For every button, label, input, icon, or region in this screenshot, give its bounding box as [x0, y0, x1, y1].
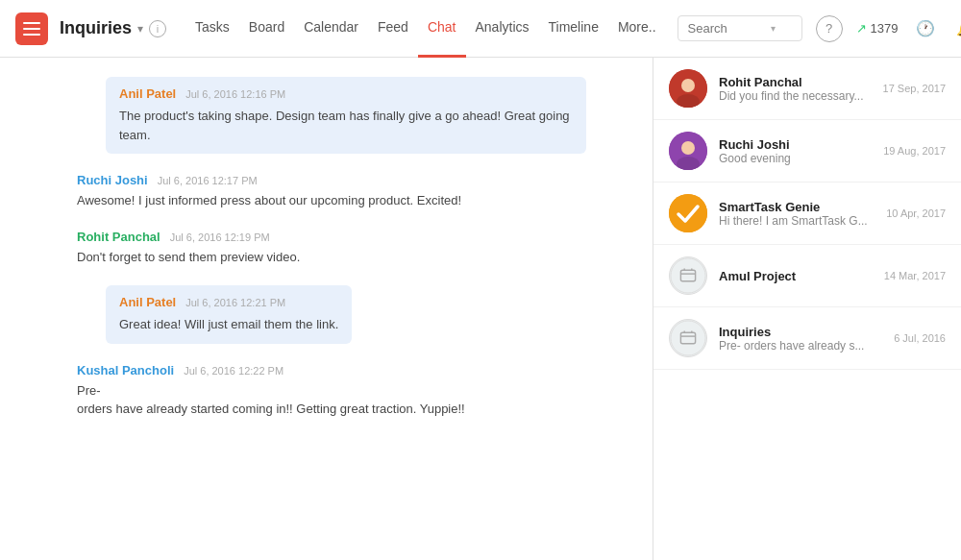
sidebar: Rohit Panchal Did you find the necessary…: [653, 58, 961, 560]
tab-calendar[interactable]: Calendar: [294, 0, 368, 58]
sidebar-item-ruchi[interactable]: Ruchi Joshi Good evening 19 Aug, 2017: [653, 120, 961, 183]
svg-point-15: [671, 321, 705, 355]
sidebar-date: 14 Mar, 2017: [884, 270, 946, 281]
message-header: Anil Patel Jul 6, 2016 12:16 PM: [119, 86, 573, 103]
message-author: Ruchi Joshi: [77, 173, 148, 187]
header-right: ▾ ? ↗ 1379 🕐 🔔: [678, 13, 961, 44]
tab-feed[interactable]: Feed: [368, 0, 418, 58]
sidebar-preview: Did you find the necessary...: [719, 89, 872, 103]
avatar-ruchi: [669, 132, 707, 170]
activity-count: 1379: [871, 21, 899, 36]
message-block: Kushal Pancholi Jul 6, 2016 12:22 PM Pre…: [77, 363, 624, 419]
sidebar-meta: 10 Apr, 2017: [886, 207, 946, 219]
message-author: Kushal Pancholi: [77, 363, 174, 377]
message-block: Anil Patel Jul 6, 2016 12:16 PM The prod…: [106, 77, 624, 154]
clock-icon[interactable]: 🕐: [912, 15, 939, 42]
message-block: Anil Patel Jul 6, 2016 12:21 PM Great id…: [106, 285, 624, 344]
sidebar-name: Ruchi Joshi: [719, 137, 872, 152]
sidebar-preview: Good evening: [719, 152, 872, 165]
message-header: Kushal Pancholi Jul 6, 2016 12:22 PM: [77, 363, 624, 377]
notifications-icon[interactable]: 🔔: [952, 15, 961, 42]
sidebar-date: 6 Jul, 2016: [894, 332, 946, 344]
sidebar-date: 10 Apr, 2017: [886, 207, 946, 219]
sidebar-info-ruchi: Ruchi Joshi Good evening: [719, 137, 872, 165]
sidebar-meta: 14 Mar, 2017: [884, 270, 946, 281]
sidebar-item-amul[interactable]: Amul Project 14 Mar, 2017: [653, 245, 961, 307]
sidebar-date: 19 Aug, 2017: [883, 145, 946, 157]
smarttask-icon: [669, 194, 707, 232]
message-body: Awesome! I just informed press about our…: [77, 191, 624, 210]
main-layout: Anil Patel Jul 6, 2016 12:16 PM The prod…: [0, 58, 961, 560]
message-bubble: Anil Patel Jul 6, 2016 12:21 PM Great id…: [106, 285, 352, 344]
sidebar-name: SmartTask Genie: [719, 200, 875, 214]
hamburger-line: [23, 22, 40, 24]
message-author: Anil Patel: [119, 295, 176, 309]
sidebar-item-rohit[interactable]: Rohit Panchal Did you find the necessary…: [653, 58, 961, 120]
message-header: Anil Patel Jul 6, 2016 12:21 PM: [119, 295, 338, 311]
sidebar-info-smarttask: SmartTask Genie Hi there! I am SmartTask…: [719, 200, 875, 228]
sidebar-info-amul: Amul Project: [719, 269, 873, 283]
project-title-area: Inquiries ▾ i: [60, 18, 166, 38]
sidebar-preview: Hi there! I am SmartTask G...: [719, 214, 875, 228]
message-time: Jul 6, 2016 12:21 PM: [185, 297, 285, 308]
sidebar-info-rohit: Rohit Panchal Did you find the necessary…: [719, 75, 872, 103]
message-body: The product's taking shape. Design team …: [119, 107, 573, 144]
tab-more[interactable]: More..: [608, 0, 666, 58]
message-time: Jul 6, 2016 12:19 PM: [170, 231, 270, 243]
nav-tabs: Tasks Board Calendar Feed Chat Analytics…: [185, 0, 666, 58]
tab-timeline[interactable]: Timeline: [539, 0, 608, 58]
message-time: Jul 6, 2016 12:22 PM: [184, 365, 283, 377]
svg-point-9: [669, 194, 707, 232]
project-icon-inquiries: [669, 319, 707, 357]
chat-area: Anil Patel Jul 6, 2016 12:16 PM The prod…: [0, 58, 653, 560]
tab-analytics[interactable]: Analytics: [466, 0, 539, 58]
sidebar-name: Rohit Panchal: [719, 75, 872, 89]
hamburger-button[interactable]: [15, 12, 48, 45]
message-time: Jul 6, 2016 12:17 PM: [158, 175, 258, 186]
message-time: Jul 6, 2016 12:16 PM: [185, 88, 285, 100]
tab-board[interactable]: Board: [239, 0, 294, 58]
svg-point-10: [671, 258, 705, 293]
avatar-rohit: [669, 69, 707, 108]
info-icon[interactable]: i: [149, 20, 166, 37]
svg-point-4: [681, 79, 695, 92]
sidebar-item-smarttask[interactable]: SmartTask Genie Hi there! I am SmartTask…: [653, 183, 961, 245]
chevron-down-icon: ▾: [771, 23, 776, 34]
tab-chat[interactable]: Chat: [418, 0, 466, 58]
search-box[interactable]: ▾: [678, 15, 802, 41]
project-icon-amul: [669, 256, 707, 295]
sidebar-date: 17 Sep, 2017: [883, 83, 946, 94]
chevron-down-icon[interactable]: ▾: [137, 22, 143, 36]
message-header: Rohit Panchal Jul 6, 2016 12:19 PM: [77, 230, 624, 244]
tab-tasks[interactable]: Tasks: [185, 0, 239, 58]
message-bubble: Anil Patel Jul 6, 2016 12:16 PM The prod…: [106, 77, 586, 154]
sidebar-meta: 17 Sep, 2017: [883, 83, 946, 94]
trending-icon: ↗: [856, 21, 867, 36]
project-title: Inquiries: [60, 18, 132, 38]
message-body: Great idea! Will just email them the lin…: [119, 315, 338, 334]
sidebar-info-inquiries: Inquiries Pre- orders have already s...: [719, 325, 882, 353]
message-block: Ruchi Joshi Jul 6, 2016 12:17 PM Awesome…: [77, 173, 624, 210]
message-author: Anil Patel: [119, 86, 176, 101]
hamburger-line: [23, 34, 40, 36]
message-body: Pre-orders have already started coming i…: [77, 381, 624, 419]
sidebar-item-inquiries[interactable]: Inquiries Pre- orders have already s... …: [653, 307, 961, 370]
svg-point-7: [681, 141, 695, 155]
search-input[interactable]: [688, 21, 765, 36]
sidebar-meta: 19 Aug, 2017: [883, 145, 946, 157]
activity-badge[interactable]: ↗ 1379: [856, 21, 899, 36]
hamburger-line: [23, 28, 40, 30]
sidebar-preview: Pre- orders have already s...: [719, 339, 882, 353]
header: Inquiries ▾ i Tasks Board Calendar Feed …: [0, 0, 961, 58]
sidebar-name: Amul Project: [719, 269, 873, 283]
message-header: Ruchi Joshi Jul 6, 2016 12:17 PM: [77, 173, 624, 187]
sidebar-name: Inquiries: [719, 325, 882, 339]
sidebar-meta: 6 Jul, 2016: [894, 332, 946, 344]
message-block: Rohit Panchal Jul 6, 2016 12:19 PM Don't…: [77, 230, 624, 267]
help-button[interactable]: ?: [816, 15, 843, 42]
message-author: Rohit Panchal: [77, 230, 160, 244]
message-body: Don't forget to send them preview video.: [77, 248, 624, 267]
